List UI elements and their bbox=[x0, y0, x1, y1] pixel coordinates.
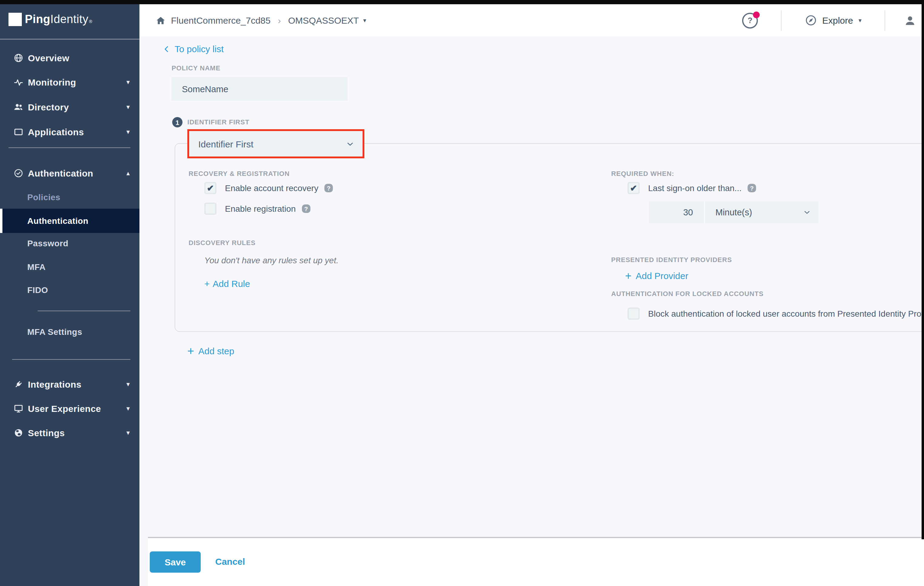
sidebar-subitem-label: Authentication bbox=[27, 216, 89, 226]
people-icon bbox=[13, 102, 24, 112]
chevron-down-icon: ▾ bbox=[126, 104, 130, 111]
globe-icon bbox=[13, 53, 24, 63]
window-right-edge bbox=[922, 0, 924, 539]
sidebar-item-settings[interactable]: Settings ▾ bbox=[0, 420, 139, 445]
last-sign-on-row: ✔ Last sign-on older than... ? bbox=[627, 182, 756, 194]
form-footer: Save Cancel bbox=[139, 537, 924, 586]
sidebar-item-applications[interactable]: Applications ▾ bbox=[0, 119, 139, 144]
header-divider bbox=[781, 10, 782, 31]
monitor-icon bbox=[13, 404, 24, 414]
check-circle-icon bbox=[13, 168, 24, 178]
plus-icon: + bbox=[187, 346, 194, 356]
breadcrumb-current-dropdown[interactable]: OMSQASSOEXT ▾ bbox=[288, 15, 366, 25]
sidebar-subitem-fido[interactable]: FIDO bbox=[0, 278, 139, 302]
checkbox-label: Last sign-on older than... bbox=[648, 183, 741, 193]
help-tooltip-icon[interactable]: ? bbox=[302, 204, 310, 213]
sidebar-subitem-label: MFA bbox=[27, 262, 46, 272]
sidebar-divider bbox=[8, 147, 130, 148]
compass-icon bbox=[805, 14, 817, 27]
sidebar: PingIdentity® Overview Monitoring ▾ Dire… bbox=[0, 4, 139, 586]
step-type-select[interactable]: Identifier First bbox=[187, 129, 365, 158]
sidebar-item-label: Authentication bbox=[28, 168, 93, 178]
block-locked-accounts-row: Block authentication of locked user acco… bbox=[627, 308, 924, 320]
breadcrumb-environment[interactable]: FluentCommerce_7cd85 bbox=[171, 15, 271, 25]
add-provider-link[interactable]: + Add Provider bbox=[625, 271, 688, 281]
sidebar-subitem-authentication[interactable]: Authentication bbox=[0, 209, 139, 233]
sidebar-item-label: Settings bbox=[28, 428, 65, 438]
back-to-policy-list-link[interactable]: To policy list bbox=[162, 44, 224, 54]
add-rule-label: Add Rule bbox=[213, 278, 250, 289]
explore-label: Explore bbox=[822, 15, 853, 25]
ping-identity-logo: PingIdentity® bbox=[8, 13, 92, 26]
brand-identity: Identity bbox=[50, 13, 89, 25]
cancel-button[interactable]: Cancel bbox=[215, 556, 245, 566]
sign-on-age-controls: Minute(s) bbox=[649, 201, 818, 223]
sidebar-item-label: User Experience bbox=[28, 404, 101, 414]
step-number-badge: 1 bbox=[172, 117, 183, 127]
step-settings-card: RECOVERY & REGISTRATION ✔ Enable account… bbox=[175, 143, 924, 332]
enable-account-recovery-checkbox[interactable]: ✔ bbox=[204, 182, 216, 194]
chevron-down-icon: ▾ bbox=[126, 429, 130, 436]
plus-icon: + bbox=[204, 279, 210, 288]
top-header: FluentCommerce_7cd85 › OMSQASSOEXT ▾ ? E… bbox=[139, 4, 924, 36]
sign-on-age-value-input[interactable] bbox=[649, 201, 704, 223]
sidebar-item-user-experience[interactable]: User Experience ▾ bbox=[0, 396, 139, 421]
sidebar-divider bbox=[38, 311, 130, 311]
chevron-down-icon bbox=[346, 139, 355, 148]
sign-on-age-unit-select[interactable]: Minute(s) bbox=[705, 201, 818, 223]
last-sign-on-checkbox[interactable]: ✔ bbox=[627, 182, 640, 194]
chevron-down-icon bbox=[803, 208, 811, 217]
sidebar-subitem-label: Password bbox=[27, 238, 69, 248]
sidebar-item-authentication[interactable]: Authentication ▴ bbox=[0, 161, 139, 185]
app-window-icon bbox=[13, 127, 24, 137]
locked-accounts-title: AUTHENTICATION FOR LOCKED ACCOUNTS bbox=[611, 290, 764, 297]
sidebar-item-directory[interactable]: Directory ▾ bbox=[0, 94, 139, 119]
enable-account-recovery-row: ✔ Enable account recovery ? bbox=[204, 182, 333, 194]
sidebar-item-integrations[interactable]: Integrations ▾ bbox=[0, 372, 139, 397]
sidebar-subitem-label: FIDO bbox=[27, 285, 48, 295]
checkbox-label: Enable registration bbox=[225, 204, 296, 214]
help-tooltip-icon[interactable]: ? bbox=[324, 184, 333, 192]
presented-identity-providers-title: PRESENTED IDENTITY PROVIDERS bbox=[611, 256, 732, 263]
sidebar-item-monitoring[interactable]: Monitoring ▾ bbox=[0, 70, 139, 94]
user-account-icon[interactable] bbox=[903, 14, 917, 27]
block-locked-accounts-checkbox[interactable] bbox=[627, 308, 640, 320]
sidebar-divider bbox=[0, 39, 139, 40]
policy-name-input[interactable] bbox=[172, 77, 347, 101]
sidebar-item-overview[interactable]: Overview bbox=[0, 45, 139, 70]
notification-dot bbox=[753, 11, 760, 18]
help-tooltip-icon[interactable]: ? bbox=[747, 184, 756, 192]
home-icon[interactable] bbox=[155, 15, 166, 26]
sidebar-subitem-mfa[interactable]: MFA bbox=[0, 255, 139, 279]
sidebar-subitem-password[interactable]: Password bbox=[0, 231, 139, 255]
sidebar-item-label: MFA Settings bbox=[27, 327, 82, 337]
globe-filled-icon bbox=[13, 428, 24, 438]
save-button[interactable]: Save bbox=[150, 551, 201, 573]
explore-menu[interactable]: Explore ▾ bbox=[805, 14, 861, 27]
checkbox-label: Enable account recovery bbox=[225, 183, 318, 193]
window-top-edge bbox=[0, 0, 924, 4]
activity-icon bbox=[13, 77, 24, 87]
add-rule-link[interactable]: + Add Rule bbox=[204, 278, 250, 289]
check-icon: ✔ bbox=[207, 184, 214, 192]
sidebar-item-mfa-settings[interactable]: MFA Settings bbox=[0, 320, 139, 344]
step-type-value: Identifier First bbox=[198, 139, 253, 149]
sidebar-subitem-policies[interactable]: Policies bbox=[0, 185, 139, 209]
chevron-down-icon: ▾ bbox=[126, 381, 130, 387]
add-step-label: Add step bbox=[198, 346, 234, 356]
unit-value: Minute(s) bbox=[715, 207, 752, 217]
breadcrumb-current-label: OMSQASSOEXT bbox=[288, 15, 359, 25]
sidebar-subitem-label: Policies bbox=[27, 192, 60, 202]
enable-registration-checkbox[interactable] bbox=[204, 203, 216, 215]
enable-registration-row: Enable registration ? bbox=[204, 203, 310, 215]
help-button[interactable]: ? bbox=[742, 12, 758, 28]
sidebar-item-label: Directory bbox=[28, 102, 69, 112]
sidebar-divider bbox=[12, 359, 130, 360]
plus-icon: + bbox=[625, 271, 632, 281]
add-step-link[interactable]: + Add step bbox=[187, 346, 234, 356]
breadcrumb-separator-icon: › bbox=[278, 15, 281, 25]
active-item-indicator bbox=[0, 209, 2, 233]
chevron-up-icon: ▴ bbox=[126, 170, 130, 177]
chevron-down-icon: ▾ bbox=[126, 129, 130, 135]
sidebar-item-label: Monitoring bbox=[28, 77, 76, 87]
